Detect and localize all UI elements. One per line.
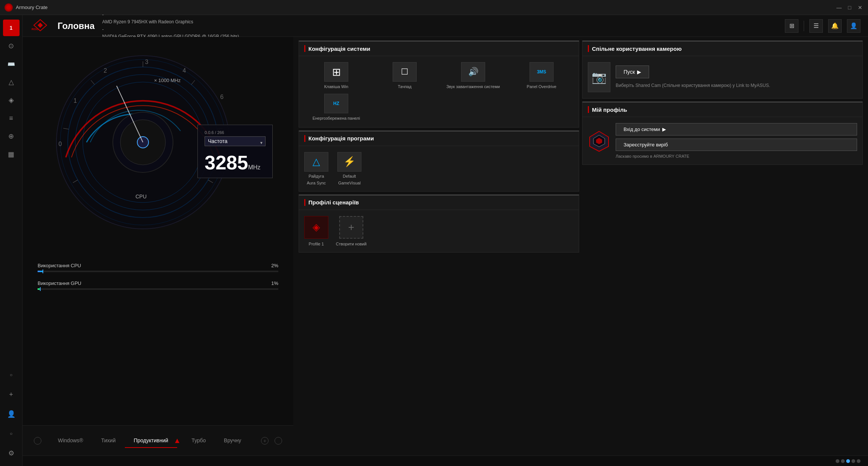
system-config-header: Конфігурація системи <box>299 41 579 56</box>
fan-tab-productive-container: Продуктивний ▲ <box>125 434 183 448</box>
profile-button[interactable]: 👤 <box>847 19 860 33</box>
sys-item-panel[interactable]: 3MS Panel Overdrive <box>510 62 574 89</box>
cpu-line-dash: - <box>102 11 239 18</box>
fan-tab-quiet[interactable]: Тихий <box>92 434 124 448</box>
panel-icon: 3MS <box>537 69 546 75</box>
sys-item-winkey[interactable]: ⊞ Клавіша Win <box>304 62 368 89</box>
fan-tab-manual[interactable]: Вручну <box>215 434 250 448</box>
fan-circle-left[interactable] <box>34 437 41 445</box>
fan-tab-turbo[interactable]: Турбо <box>182 434 215 448</box>
system-config-card: Конфігурація системи ⊞ Клавіша Win <box>299 41 579 128</box>
grid-view-button[interactable]: ⊞ <box>785 19 798 33</box>
close-button[interactable]: ✕ <box>857 4 863 11</box>
header-divider <box>804 21 804 31</box>
notification-button[interactable]: 🔔 <box>828 19 842 33</box>
system-config-body: ⊞ Клавіша Win ☐ Тачпад <box>299 56 579 127</box>
app-config-body: △ Райдуга Aura Sync ⚡ Default <box>299 146 579 191</box>
gpu-usage-label: Використання GPU <box>38 280 81 286</box>
sidebar-active-number[interactable]: 1 <box>3 20 20 36</box>
camera-icon: 📷 <box>592 70 607 84</box>
slider-dot-2[interactable] <box>841 459 845 463</box>
sidebar-circle-sm[interactable]: ○ <box>3 367 20 383</box>
scenario-profile1[interactable]: ◈ Profile 1 <box>304 216 328 246</box>
scenario-body: ◈ Profile 1 + Створити новий <box>299 210 579 252</box>
slider-dot-4[interactable] <box>851 459 855 463</box>
gamevisual-label1: Default <box>343 174 356 178</box>
gpu-usage-stat: Використання GPU 1% <box>38 280 278 290</box>
cam-launch-button[interactable]: Пуск ▶ <box>616 65 649 78</box>
app-container: 1 ⊙ ⌨️ △ ◈ ≡ ⊕ ▦ ○ + � <box>0 15 868 466</box>
add-scenario-icon-box: + <box>339 216 363 239</box>
profile-icon-box <box>588 128 610 154</box>
winkey-label: Клавіша Win <box>324 84 348 89</box>
slider-dot-3-active[interactable] <box>846 459 850 463</box>
app-item-aura[interactable]: △ Райдуга Aura Sync <box>304 152 328 185</box>
slider-dot-5[interactable] <box>857 459 860 463</box>
svg-text:× 1000 MHz: × 1000 MHz <box>154 78 181 83</box>
login-label: Вхід до системи <box>624 126 660 132</box>
lines-icon: ≡ <box>9 114 13 122</box>
svg-text:ROG: ROG <box>32 27 38 31</box>
keyboard-icon: ⌨️ <box>8 61 15 68</box>
user-icon: 👤 <box>7 410 15 418</box>
sidebar-item-diamond[interactable]: ◈ <box>3 92 20 108</box>
sidebar-item-circle[interactable]: ⊙ <box>3 38 20 54</box>
sys-item-touchpad[interactable]: ☐ Тачпад <box>373 62 437 89</box>
fan-tab-windows[interactable]: Windows® <box>49 434 92 448</box>
page-title: Головна <box>58 21 95 31</box>
sidebar-user[interactable]: 👤 <box>3 406 20 422</box>
cpu-bar-marker <box>42 270 43 273</box>
sidebar-plus[interactable]: + <box>3 386 20 403</box>
gauge-dropdown[interactable]: Частота <box>205 136 266 146</box>
sidebar-item-triangle[interactable]: △ <box>3 74 20 90</box>
aura-label1: Райдуга <box>308 174 324 178</box>
minimize-button[interactable]: — <box>836 4 842 11</box>
scenario-profiles-card: Профілі сценаріїв ◈ Profile 1 <box>299 195 579 253</box>
app-config-card: Конфігурація програми △ Райдуга Aura Syn… <box>299 131 579 192</box>
fan-tab-productive[interactable]: Продуктивний <box>125 434 178 448</box>
app-icon <box>5 3 13 12</box>
header-accent <box>304 45 305 52</box>
svg-text:6: 6 <box>220 94 224 100</box>
register-button[interactable]: Зареєструйте виріб <box>616 139 857 151</box>
gamevisual-icon-box: ⚡ <box>337 152 361 172</box>
cpu-bar-fill <box>38 271 42 272</box>
sys-item-sound[interactable]: 🔊 Звук завантаження системи <box>441 62 505 89</box>
register-label: Зареєструйте виріб <box>624 142 668 148</box>
settings-icon: ⚙ <box>8 449 14 457</box>
system-config-title: Конфігурація системи <box>308 46 370 52</box>
sound-icon: 🔊 <box>468 67 478 77</box>
app-item-gamevisual[interactable]: ⚡ Default GameVisual <box>337 152 361 185</box>
scenario-header-accent <box>304 199 305 206</box>
shared-cam-body: 📷 Пуск ▶ Виберіть Shared Cam (Спільне ко… <box>583 56 862 98</box>
maximize-button[interactable]: □ <box>846 4 853 11</box>
gauge-value: 3285 <box>205 152 248 174</box>
sidebar-settings[interactable]: ⚙ <box>3 445 20 461</box>
energy-icon: HZ <box>333 101 339 106</box>
fan-add-button[interactable]: + <box>261 437 269 445</box>
login-arrow-icon: ▶ <box>662 126 666 132</box>
diamond-icon: ◈ <box>9 96 14 104</box>
sidebar-item-lines[interactable]: ≡ <box>3 110 20 126</box>
sidebar-item-grid[interactable]: ▦ <box>3 146 20 163</box>
triangle-icon: △ <box>9 78 14 86</box>
cpu-stat-bar <box>38 271 278 272</box>
sound-label: Звук завантаження системи <box>446 84 500 89</box>
sidebar-item-tag[interactable]: ⊕ <box>3 128 20 145</box>
sound-icon-box: 🔊 <box>461 62 485 82</box>
sidebar-item-keyboard[interactable]: ⌨️ <box>3 56 20 72</box>
login-button[interactable]: Вхід до системи ▶ <box>616 123 857 136</box>
sidebar-circle-sm2[interactable]: ○ <box>3 425 20 442</box>
winkey-icon: ⊞ <box>332 66 341 78</box>
profile-buttons: Вхід до системи ▶ Зареєструйте виріб Лас… <box>616 123 857 158</box>
aura-icon-box: △ <box>304 152 328 172</box>
header-right: ⊞ ☰ 🔔 👤 <box>785 19 860 33</box>
scenario-add[interactable]: + Створити новий <box>336 216 367 246</box>
gpu-usage-value: 1% <box>271 280 278 286</box>
cpu-stat-header: Використання CPU 2% <box>38 263 278 268</box>
slider-dot-1[interactable] <box>836 459 839 463</box>
sys-item-energy[interactable]: HZ Енергозбережена панелі <box>304 94 368 121</box>
list-view-button[interactable]: ☰ <box>809 19 823 33</box>
fan-circle-right[interactable] <box>275 437 282 445</box>
cam-icon-box: 📷 <box>588 62 610 92</box>
